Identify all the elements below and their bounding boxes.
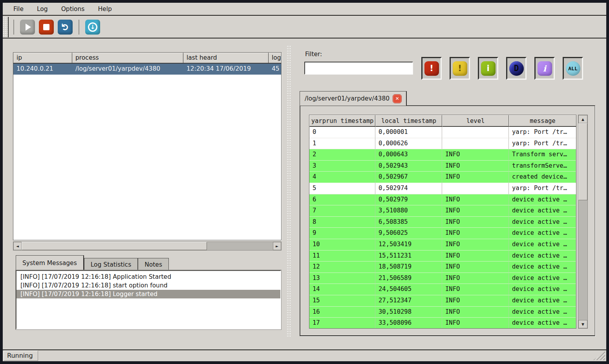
ports-table: ipprocesslast heardlog 10.240.0.21 /log/… xyxy=(13,52,282,240)
level-button-warning[interactable]: ! xyxy=(450,57,470,80)
table-row[interactable]: 1630,510298INFOdevice active … xyxy=(309,307,576,318)
table-row[interactable]: 86,508385INFOdevice active … xyxy=(309,217,576,228)
table-row[interactable]: 99,506025INFOdevice active … xyxy=(309,228,576,239)
table-row[interactable]: 10.240.0.21 /log/server01/yarpdev/4380 1… xyxy=(13,64,281,75)
table-row[interactable]: 1733,508096INFOdevice active … xyxy=(309,318,576,329)
message-cell: yarp: Port /tr… xyxy=(509,138,576,150)
level-cell: INFO xyxy=(442,284,509,295)
message-cell: yarp: Port /tr… xyxy=(509,127,576,138)
column-header-log[interactable]: log xyxy=(269,53,282,63)
table-row[interactable]: 1115,511231INFOdevice active … xyxy=(309,251,576,262)
column-header-ip[interactable]: ip xyxy=(13,53,72,63)
local-timestamp-cell: 30,510298 xyxy=(375,307,442,318)
tab-log-statistics[interactable]: Log Statistics xyxy=(84,258,138,270)
trace-level-icon: i xyxy=(538,61,552,76)
list-item[interactable]: [INFO] [17/07/2019 12:16:18] Logger star… xyxy=(16,290,280,298)
ports-table-hscrollbar[interactable]: ◄ ► xyxy=(13,241,282,251)
menu-item-options[interactable]: Options xyxy=(55,4,91,14)
level-cell: INFO xyxy=(442,161,509,172)
table-row[interactable]: 10,000626yarp: Port /tr… xyxy=(309,138,576,150)
log-panel: yarprun timestamplocal timestamplevelmes… xyxy=(300,105,595,336)
menu-item-file[interactable]: File xyxy=(7,4,29,14)
toolbar-separator xyxy=(13,20,14,35)
filter-input[interactable] xyxy=(304,62,413,75)
ports-table-header: ipprocesslast heardlog xyxy=(13,53,281,64)
message-cell: device active … xyxy=(509,251,576,262)
save-log-button[interactable]: ↓ xyxy=(85,20,100,35)
yarprun-timestamp-cell: 14 xyxy=(309,284,375,295)
local-timestamp-cell: 3,510880 xyxy=(375,205,442,217)
column-header-process[interactable]: process xyxy=(72,53,183,63)
message-cell: device active … xyxy=(509,273,576,284)
vscrollbar-thumb[interactable] xyxy=(578,123,587,200)
column-header-message[interactable]: message xyxy=(509,115,576,127)
panel-splitter[interactable] xyxy=(287,45,292,337)
tab-notes[interactable]: Notes xyxy=(138,258,169,270)
port-ip-cell[interactable]: 10.240.0.21 xyxy=(13,64,72,75)
menu-item-log[interactable]: Log xyxy=(31,4,54,14)
filter-label: Filter: xyxy=(305,51,322,58)
yarprun-timestamp-cell: 3 xyxy=(309,161,375,172)
port-process-cell[interactable]: /log/server01/yarpdev/4380 xyxy=(72,64,183,75)
level-button-trace[interactable]: i xyxy=(534,57,555,80)
table-row[interactable]: 1218,508719INFOdevice active … xyxy=(309,262,576,273)
scroll-down-icon[interactable]: ▼ xyxy=(578,320,587,328)
message-cell: created device… xyxy=(509,172,576,183)
app-window: FileLogOptionsHelp ↺↓ ipprocesslast hear… xyxy=(3,3,606,361)
local-timestamp-cell: 0,502967 xyxy=(375,172,442,183)
yarprun-timestamp-cell: 2 xyxy=(309,149,375,161)
level-button-debug[interactable]: D xyxy=(506,57,527,80)
table-row[interactable]: 73,510880INFOdevice active … xyxy=(309,205,576,217)
column-header-last-heard[interactable]: last heard xyxy=(183,53,269,63)
yarprun-timestamp-cell: 7 xyxy=(309,205,375,217)
message-cell: device active … xyxy=(509,194,576,206)
table-row[interactable]: 60,502979INFOdevice active … xyxy=(309,194,576,206)
yarprun-timestamp-cell: 17 xyxy=(309,318,375,329)
scroll-up-icon[interactable]: ▲ xyxy=(578,115,587,123)
list-item[interactable]: [INFO] [17/07/2019 12:16:18] Application… xyxy=(16,273,280,281)
level-button-info[interactable]: i xyxy=(478,57,498,80)
column-header-level[interactable]: level xyxy=(442,115,509,127)
table-row[interactable]: 1424,504605INFOdevice active … xyxy=(309,284,576,295)
log-table-vscrollbar[interactable]: ▲ ▼ xyxy=(578,115,588,329)
hscrollbar-thumb[interactable] xyxy=(22,242,207,250)
column-header-local-timestamp[interactable]: local timestamp xyxy=(375,115,442,127)
menu-item-help[interactable]: Help xyxy=(92,4,117,14)
stop-logging-button[interactable] xyxy=(39,20,54,35)
toolbar-buttons: ↺↓ xyxy=(18,20,102,35)
table-row[interactable]: 1012,503419INFOdevice active … xyxy=(309,239,576,251)
port-log-cell[interactable]: 45 xyxy=(269,64,282,75)
scroll-right-icon[interactable]: ► xyxy=(273,242,281,250)
toolbar-drag-handle[interactable] xyxy=(3,17,9,37)
level-button-error[interactable]: ! xyxy=(421,57,442,80)
refresh-button[interactable]: ↺ xyxy=(58,20,73,35)
list-item[interactable]: [INFO] [17/07/2019 12:16:18] start optio… xyxy=(16,281,280,290)
level-cell: INFO xyxy=(442,172,509,183)
close-icon[interactable]: ✕ xyxy=(393,95,401,103)
yarprun-timestamp-cell: 6 xyxy=(309,194,375,206)
tab-system-messages[interactable]: System Messages xyxy=(16,255,84,270)
log-tab[interactable]: /log/server01/yarpdev/4380 ✕ xyxy=(300,91,407,106)
message-cell: device active … xyxy=(509,284,576,295)
yarprun-timestamp-cell: 5 xyxy=(309,183,375,194)
table-row[interactable]: 1321,506589INFOdevice active … xyxy=(309,273,576,284)
table-row[interactable]: 50,502974yarp: Port /tr… xyxy=(309,183,576,194)
port-last-heard-cell[interactable]: 12:20:34 17/06/2019 xyxy=(183,64,269,75)
table-row[interactable]: 00,000001yarp: Port /tr… xyxy=(309,127,576,138)
table-row[interactable]: 30,502943INFOtransformServe… xyxy=(309,161,576,172)
message-cell: device active … xyxy=(509,295,576,307)
local-timestamp-cell: 0,000001 xyxy=(375,127,442,138)
table-row[interactable]: 20,000643INFOTransform serv… xyxy=(309,149,576,161)
level-cell: INFO xyxy=(442,239,509,251)
scroll-left-icon[interactable]: ◄ xyxy=(13,242,22,250)
level-cell: INFO xyxy=(442,205,509,217)
level-button-all[interactable]: ALL xyxy=(563,57,583,80)
table-row[interactable]: 1527,512347INFOdevice active … xyxy=(309,295,576,307)
yarprun-timestamp-cell: 0 xyxy=(309,127,375,138)
table-row[interactable]: 40,502967INFOcreated device… xyxy=(309,172,576,183)
level-cell: INFO xyxy=(442,295,509,307)
start-logging-button[interactable] xyxy=(20,20,35,35)
warning-level-icon: ! xyxy=(453,61,467,76)
log-table-body: 00,000001yarp: Port /tr…10,000626yarp: P… xyxy=(309,127,576,329)
column-header-yarprun-timestamp[interactable]: yarprun timestamp xyxy=(309,115,375,127)
